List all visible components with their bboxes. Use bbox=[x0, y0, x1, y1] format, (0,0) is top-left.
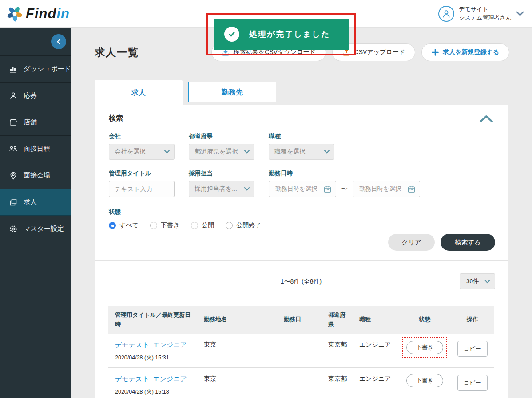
sidebar-item-label: 面接会場 bbox=[24, 171, 50, 180]
prefecture-label: 都道府県 bbox=[189, 132, 254, 140]
copy-button[interactable]: コピー bbox=[457, 375, 488, 391]
sidebar-item-label: マスター設定 bbox=[24, 225, 64, 233]
jobtype-select[interactable]: 職種を選択 bbox=[269, 144, 334, 160]
worktime-from-picker[interactable]: 勤務日時を選択 bbox=[269, 181, 336, 197]
recruiter-field: 採用担当 採用担当者を... bbox=[189, 169, 254, 197]
people-icon bbox=[9, 145, 18, 154]
sidebar-collapse-button[interactable] bbox=[51, 34, 66, 49]
tab-jobs[interactable]: 求人 bbox=[95, 80, 183, 105]
worktime-field: 勤務日時 勤務日時を選択 〜 勤務日時を選択 bbox=[269, 169, 420, 197]
col-status: 状態 bbox=[399, 306, 454, 334]
sidebar-item-label: 面接日程 bbox=[24, 145, 50, 153]
radio-published[interactable]: 公開 bbox=[191, 221, 214, 229]
user-menu[interactable]: デモサイト システム管理者さん bbox=[438, 5, 524, 22]
radio-draft[interactable]: 下書き bbox=[150, 221, 179, 229]
last-updated: 2020/04/28 (火) 15:18 bbox=[115, 388, 169, 396]
check-circle-icon bbox=[224, 27, 239, 42]
worktime-to-picker[interactable]: 勤務日時を選択 bbox=[353, 181, 420, 197]
chevron-down-icon bbox=[484, 280, 490, 284]
new-job-button[interactable]: 求人を新規登録する bbox=[421, 43, 509, 61]
copy-button[interactable]: コピー bbox=[457, 341, 488, 357]
sidebar-item-dashboard[interactable]: ダッシュボード bbox=[0, 56, 71, 83]
chevron-down-icon bbox=[244, 150, 250, 154]
sidebar-item-interview-schedule[interactable]: 面接日程 bbox=[0, 136, 71, 162]
sidebar-item-master-settings[interactable]: マスター設定 bbox=[0, 216, 71, 242]
last-updated: 2020/04/28 (火) 15:31 bbox=[115, 354, 169, 362]
admin-title-field: 管理用タイトル bbox=[109, 169, 175, 197]
divider bbox=[95, 260, 508, 261]
sidebar-item-label: ダッシュボード bbox=[24, 65, 71, 73]
search-section: 検索 会社 会社を選択 都道府県 都道府県を選択 bbox=[95, 105, 508, 251]
sidebar-item-label: 店舗 bbox=[24, 118, 37, 126]
sidebar-item-stores[interactable]: 店舗 bbox=[0, 109, 71, 136]
radio-button-icon[interactable] bbox=[226, 222, 233, 229]
col-jobtype: 職種 bbox=[352, 306, 399, 334]
search-heading: 検索 bbox=[109, 114, 495, 123]
result-count: 1〜8件 (全8件) bbox=[95, 278, 508, 286]
clear-button[interactable]: クリア bbox=[388, 234, 435, 251]
logo-text: Findin bbox=[26, 6, 70, 22]
per-page-select[interactable]: 30件 bbox=[460, 273, 495, 289]
location-cell: 東京 bbox=[197, 368, 277, 398]
date-range-separator: 〜 bbox=[341, 185, 348, 193]
radio-button-icon[interactable] bbox=[109, 222, 116, 229]
results-meta: 1〜8件 (全8件) 30件 bbox=[95, 272, 508, 293]
findin-logo: Findin bbox=[6, 5, 70, 22]
job-title-link[interactable]: デモテスト_エンジニア bbox=[115, 341, 187, 349]
chevron-left-icon bbox=[56, 39, 62, 45]
content-panel: 検索 会社 会社を選択 都道府県 都道府県を選択 bbox=[95, 105, 508, 398]
page-title: 求人一覧 bbox=[95, 46, 139, 59]
sidebar-item-applications[interactable]: 応募 bbox=[0, 83, 71, 109]
chevron-down-icon bbox=[244, 187, 250, 191]
status-label: 状態 bbox=[109, 209, 121, 215]
status-badge: 下書き bbox=[406, 341, 443, 354]
table-row: デモテスト_エンジニア 2020/04/28 (火) 15:18 東京 東京都 … bbox=[108, 368, 494, 398]
company-field: 会社 会社を選択 bbox=[109, 132, 175, 160]
radio-all[interactable]: すべて bbox=[109, 221, 139, 229]
prefecture-select[interactable]: 都道府県を選択 bbox=[189, 144, 254, 160]
company-label: 会社 bbox=[109, 132, 175, 140]
chevron-up-icon[interactable] bbox=[479, 115, 493, 123]
workday-cell bbox=[277, 334, 321, 367]
chevron-down-icon[interactable] bbox=[516, 11, 524, 16]
col-workday: 勤務日 bbox=[277, 306, 321, 334]
success-toast: 処理が完了しました bbox=[214, 19, 349, 50]
prefecture-field: 都道府県 都道府県を選択 bbox=[189, 132, 254, 160]
job-title-link[interactable]: デモテスト_エンジニア bbox=[115, 375, 187, 383]
chevron-down-icon bbox=[164, 150, 170, 154]
sidebar-item-interview-venue[interactable]: 面接会場 bbox=[0, 162, 71, 189]
tab-bar: 求人 勤務先 bbox=[95, 80, 276, 105]
admin-title-input[interactable] bbox=[109, 181, 175, 197]
jobtype-label: 職種 bbox=[269, 132, 334, 140]
tab-workplaces[interactable]: 勤務先 bbox=[188, 82, 276, 102]
pinwheel-logo-icon bbox=[6, 5, 23, 22]
prefecture-cell: 東京都 bbox=[321, 334, 352, 367]
radio-button-icon[interactable] bbox=[191, 222, 198, 229]
sidebar: ダッシュボード 応募 店舗 面接日程 面接会場 bbox=[0, 28, 71, 398]
radio-ended[interactable]: 公開終了 bbox=[226, 221, 261, 229]
calendar-icon bbox=[324, 185, 331, 193]
col-location: 勤務地名 bbox=[197, 306, 277, 334]
table-header: 管理用タイトル／最終更新日時 勤務地名 勤務日 都道府県 職種 状態 操作 bbox=[108, 306, 494, 334]
company-select[interactable]: 会社を選択 bbox=[109, 144, 175, 160]
jobtype-cell: エンジニア bbox=[352, 368, 399, 398]
search-button[interactable]: 検索する bbox=[441, 234, 495, 251]
toast-message: 処理が完了しました bbox=[249, 29, 330, 39]
results-table: 管理用タイトル／最終更新日時 勤務地名 勤務日 都道府県 職種 状態 操作 デモ… bbox=[108, 306, 494, 398]
sidebar-item-jobs[interactable]: 求人 bbox=[0, 189, 71, 216]
gear-icon bbox=[9, 225, 18, 233]
admin-title-label: 管理用タイトル bbox=[109, 169, 175, 177]
plus-icon bbox=[432, 49, 439, 56]
recruiter-select[interactable]: 採用担当者を... bbox=[189, 181, 254, 197]
annotation-dotted-box: 下書き bbox=[402, 337, 447, 358]
user-org: デモサイト bbox=[459, 5, 512, 14]
bar-chart-icon bbox=[9, 65, 18, 74]
radio-button-icon[interactable] bbox=[150, 222, 157, 229]
recruiter-label: 採用担当 bbox=[189, 169, 254, 177]
user-avatar-icon bbox=[438, 6, 454, 22]
jobtype-cell: エンジニア bbox=[352, 334, 399, 367]
chevron-down-icon bbox=[324, 150, 330, 154]
col-title: 管理用タイトル／最終更新日時 bbox=[108, 306, 197, 334]
prefecture-cell: 東京都 bbox=[321, 368, 352, 398]
main-content: 求人一覧 検索結果をCSVダウンロード CSVアップロード 求人を新規登録する bbox=[71, 28, 532, 398]
